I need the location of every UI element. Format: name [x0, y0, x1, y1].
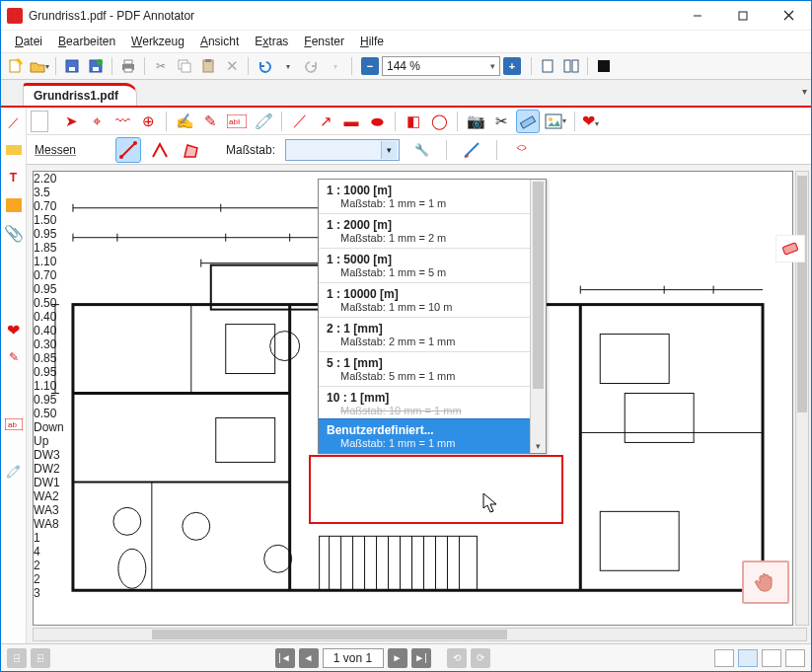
menu-file[interactable]: Datei	[9, 33, 48, 50]
scale-option[interactable]: 5 : 1 [mm]Maßstab: 5 mm = 1 mm	[319, 352, 546, 387]
ls-pen-icon[interactable]: ／	[5, 113, 23, 131]
erase-area-icon[interactable]: ◯	[428, 112, 450, 130]
select-icon[interactable]: ⌖	[86, 112, 108, 130]
measure-tool-button[interactable]	[516, 110, 540, 133]
open-icon[interactable]: ▾	[29, 55, 50, 77]
view-two-cont-icon[interactable]	[785, 649, 805, 667]
ls-attach-icon[interactable]: 📎	[5, 224, 23, 242]
fullscreen-icon[interactable]	[593, 55, 615, 77]
right-eraser-button[interactable]	[775, 235, 805, 262]
svg-rect-14	[182, 63, 190, 72]
last-page-button[interactable]: ►|	[411, 648, 431, 668]
favorite-icon[interactable]: ❤▾	[582, 112, 599, 130]
new-icon[interactable]	[5, 55, 27, 77]
zoom-out-button[interactable]: −	[361, 57, 379, 75]
view-continuous-icon[interactable]	[738, 649, 758, 667]
pointer-icon[interactable]: ➤	[60, 112, 82, 130]
marker-icon[interactable]: ✎	[199, 112, 221, 130]
paste-icon[interactable]	[197, 55, 219, 77]
document-tab[interactable]: Grundriss1.pdf	[23, 83, 137, 106]
svg-point-31	[119, 155, 123, 159]
svg-rect-40	[211, 265, 320, 310]
print-icon[interactable]	[117, 55, 139, 77]
scale-settings-icon[interactable]: 🔧	[409, 138, 433, 162]
undo-icon[interactable]	[254, 55, 275, 77]
freehand-icon[interactable]: ✍	[174, 112, 195, 130]
area-tool-icon[interactable]	[179, 137, 204, 163]
page-thumb-icon[interactable]	[31, 111, 48, 132]
wifi-icon[interactable]: ⌔	[510, 138, 534, 162]
svg-line-30	[121, 143, 135, 157]
zoom-input[interactable]: 144 % ▾	[382, 56, 500, 76]
page-layout1-icon[interactable]	[537, 55, 558, 77]
scale-option[interactable]: 1 : 2000 [m]Maßstab: 1 mm = 2 m	[319, 214, 546, 249]
scale-option[interactable]: 2 : 1 [mm]Maßstab: 2 mm = 1 mm	[319, 318, 546, 352]
ls-highlight-icon[interactable]	[5, 141, 23, 159]
scale-option[interactable]: 10 : 1 [mm] Maßstab: 10 mm = 1 mm	[319, 387, 546, 418]
scale-option-custom[interactable]: Benutzerdefiniert...Maßstab: 1 mm = 1 mm	[319, 418, 546, 453]
copy-icon[interactable]	[174, 55, 195, 77]
menu-tool[interactable]: Werkzeug	[125, 33, 190, 50]
ls-pen2-icon[interactable]: ✎	[5, 348, 23, 366]
menu-edit[interactable]: Bearbeiten	[52, 33, 121, 50]
zoom-tool-icon[interactable]: ⊕	[137, 112, 159, 130]
prev-page-button[interactable]: ◄	[299, 648, 319, 668]
save-icon[interactable]	[61, 55, 83, 77]
menu-extras[interactable]: Extras	[249, 33, 294, 50]
chevron-down-icon[interactable]: ▾	[381, 141, 397, 159]
page-layout2-icon[interactable]	[560, 55, 582, 77]
scale-option[interactable]: 1 : 1000 [m]Maßstab: 1 mm = 1 m	[319, 180, 546, 214]
redo-icon[interactable]	[301, 55, 323, 77]
nav-fwd-button[interactable]: ⟳	[471, 648, 490, 668]
zoom-in-button[interactable]: +	[503, 57, 521, 75]
close-button[interactable]	[766, 1, 811, 30]
rect-icon[interactable]: ▬	[340, 112, 362, 129]
ls-note-icon[interactable]	[5, 196, 23, 214]
ls-textbox-icon[interactable]: ab	[5, 415, 23, 433]
redo-drop-icon[interactable]: ▾	[325, 55, 346, 77]
textfield-icon[interactable]: abI	[225, 110, 249, 133]
thumb-next-icon[interactable]: ⍇	[31, 648, 50, 668]
stamp-tool-icon[interactable]: 🧷	[253, 112, 274, 130]
page-input[interactable]: 1 von 1	[323, 648, 384, 668]
image-tool-icon[interactable]: ▾	[544, 110, 567, 133]
ls-stamp-icon[interactable]: 🧷	[5, 463, 23, 481]
lasso-icon[interactable]: 〰	[111, 112, 133, 129]
delete-icon[interactable]: ✕	[221, 55, 243, 77]
ellipse-icon[interactable]: ⬬	[366, 112, 388, 130]
undo-drop-icon[interactable]: ▾	[277, 55, 299, 77]
nav-back-button[interactable]: ⟲	[447, 648, 467, 668]
horizontal-scrollbar[interactable]	[33, 628, 807, 641]
first-page-button[interactable]: |◄	[275, 648, 295, 668]
pan-hand-button[interactable]	[742, 560, 789, 604]
line-icon[interactable]: ／	[289, 112, 311, 130]
arrow-icon[interactable]: ↗	[315, 112, 336, 130]
calibrate-icon[interactable]	[460, 138, 483, 162]
scale-combobox[interactable]: ▾	[285, 139, 400, 161]
dropdown-scrollbar[interactable]: ▾	[530, 180, 546, 453]
thumb-prev-icon[interactable]: ⍈	[7, 648, 27, 668]
svg-rect-19	[572, 60, 578, 72]
scale-option[interactable]: 1 : 10000 [m]Maßstab: 1 mm = 10 m	[319, 283, 546, 318]
tab-overflow-icon[interactable]: ▾	[802, 86, 807, 97]
menu-help[interactable]: Hilfe	[354, 33, 390, 50]
view-single-icon[interactable]	[714, 649, 734, 667]
view-two-icon[interactable]	[762, 649, 781, 667]
menu-window[interactable]: Fenster	[298, 33, 350, 50]
menubar: Datei Bearbeiten Werkzeug Ansicht Extras…	[1, 31, 811, 52]
saveas-icon[interactable]	[85, 55, 107, 77]
cut-icon[interactable]: ✂	[150, 55, 172, 77]
eraser-icon[interactable]: ◧	[403, 112, 424, 130]
maximize-button[interactable]	[720, 1, 766, 30]
perimeter-tool-icon[interactable]	[147, 137, 173, 163]
ls-text-icon[interactable]: T	[5, 169, 23, 187]
chevron-down-icon[interactable]: ▾	[490, 61, 495, 71]
camera-icon[interactable]: 📷	[465, 112, 486, 130]
ls-heart-icon[interactable]: ❤	[5, 321, 23, 338]
crop-icon[interactable]: ✂	[490, 112, 512, 130]
minimize-button[interactable]	[675, 1, 720, 30]
menu-view[interactable]: Ansicht	[194, 33, 245, 50]
scale-option[interactable]: 1 : 5000 [m]Maßstab: 1 mm = 5 m	[319, 249, 546, 283]
distance-tool-button[interactable]	[115, 137, 141, 163]
next-page-button[interactable]: ►	[388, 648, 407, 668]
